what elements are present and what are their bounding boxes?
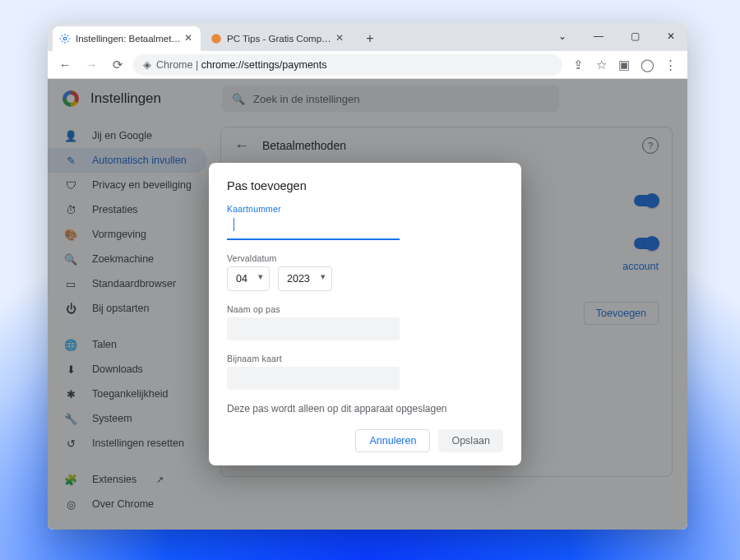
expiry-year-select[interactable]: 2023 [278, 266, 332, 291]
toolbar: ← → ⟳ ◈ Chrome | chrome://settings/payme… [48, 51, 687, 79]
window-controls: ⌄ — ▢ ✕ [551, 26, 682, 46]
cancel-button[interactable]: Annuleren [355, 429, 430, 452]
tab-pctips[interactable]: PC Tips - Gratis Computer Tips, ✕ [204, 26, 352, 51]
name-on-card-input[interactable] [227, 317, 400, 340]
save-button[interactable]: Opslaan [438, 429, 503, 452]
browser-window: Instellingen: Betaalmethoden ✕ PC Tips -… [48, 23, 687, 530]
close-icon[interactable]: ✕ [183, 33, 194, 44]
expiry-label: Vervaldatum [227, 253, 503, 263]
tab-strip: Instellingen: Betaalmethoden ✕ PC Tips -… [48, 23, 687, 51]
address-prefix: Chrome [156, 59, 192, 71]
kebab-menu-icon[interactable]: ⋮ [659, 54, 681, 76]
nickname-label: Bijnaam kaart [227, 354, 400, 363]
dialog-note: Deze pas wordt alleen op dit apparaat op… [227, 403, 503, 414]
address-path: chrome://settings/payments [201, 59, 327, 71]
name-on-card-label: Naam op pas [227, 304, 400, 314]
back-button[interactable]: ← [54, 54, 76, 76]
extensions-icon[interactable]: ▣ [613, 54, 635, 76]
expiry-month-select[interactable]: 04 [227, 266, 270, 291]
close-icon[interactable]: ✕ [334, 33, 345, 44]
share-icon[interactable]: ⇪ [567, 54, 589, 76]
card-number-input[interactable] [227, 217, 400, 240]
star-icon[interactable]: ☆ [590, 54, 612, 76]
content-area: Instellingen 🔍 Zoek in de instellingen 👤… [48, 79, 687, 530]
tab-title: PC Tips - Gratis Computer Tips, [227, 34, 334, 44]
address-bar[interactable]: ◈ Chrome | chrome://settings/payments [133, 54, 562, 76]
tab-settings-payments[interactable]: Instellingen: Betaalmethoden ✕ [53, 26, 201, 51]
chrome-prefix-icon: ◈ [143, 58, 151, 71]
new-tab-button[interactable]: + [360, 29, 380, 49]
chevron-down-icon[interactable]: ⌄ [551, 26, 574, 46]
minimize-button[interactable]: — [587, 26, 610, 46]
forward-button[interactable]: → [81, 54, 102, 76]
maximize-button[interactable]: ▢ [623, 26, 646, 46]
close-window-button[interactable]: ✕ [659, 26, 682, 46]
add-card-dialog: Pas toevoegen Kaartnummer Vervaldatum 04… [209, 163, 521, 465]
dialog-title: Pas toevoegen [227, 179, 503, 192]
svg-point-0 [63, 37, 67, 40]
profile-icon[interactable]: ◯ [636, 54, 658, 76]
reload-button[interactable]: ⟳ [107, 54, 128, 76]
svg-point-1 [211, 34, 221, 44]
card-number-label: Kaartnummer [227, 204, 400, 214]
site-icon [210, 33, 222, 44]
tab-title: Instellingen: Betaalmethoden [76, 34, 183, 44]
card-nickname-input[interactable] [227, 367, 400, 390]
gear-icon [59, 33, 71, 44]
